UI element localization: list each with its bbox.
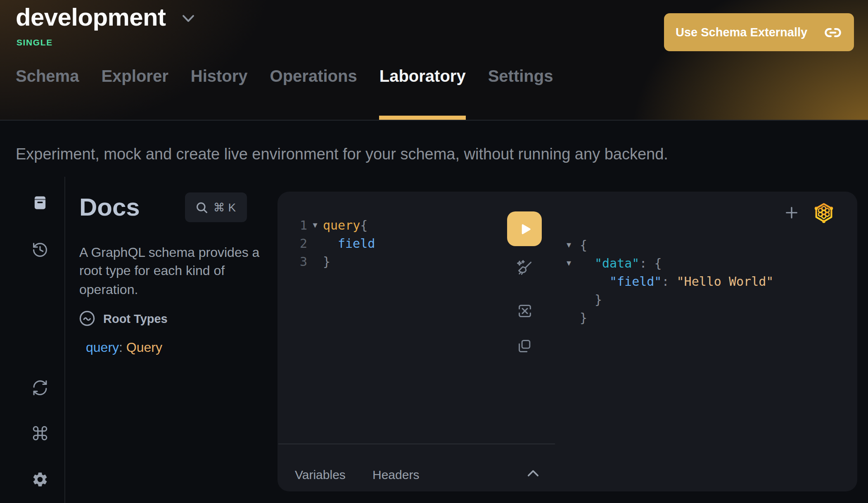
sidebar-history-button[interactable] <box>31 240 49 259</box>
environment-badge: SINGLE <box>17 37 53 47</box>
sidebar-divider <box>64 177 65 503</box>
fold-toggle-icon[interactable]: ▾ <box>567 236 580 254</box>
page-subtitle: Experiment, mock and create live environ… <box>16 145 668 164</box>
search-shortcut-label: ⌘ K <box>213 201 236 214</box>
execute-query-button[interactable] <box>507 211 542 246</box>
hive-logo-icon <box>813 202 835 224</box>
response-line-5: } <box>567 309 773 327</box>
copy-query-button[interactable] <box>515 336 534 356</box>
add-tab-button[interactable] <box>783 204 799 221</box>
page-header: development SINGLE Use Schema Externally… <box>0 0 868 121</box>
use-schema-externally-button[interactable]: Use Schema Externally <box>664 13 854 51</box>
sync-icon <box>31 379 48 396</box>
merge-fragments-button[interactable] <box>515 301 534 320</box>
merge-icon <box>515 301 534 320</box>
docs-book-icon <box>31 194 48 211</box>
project-title: development <box>16 3 166 31</box>
root-field-name: query <box>86 340 119 354</box>
tab-settings[interactable]: Settings <box>488 67 553 120</box>
docs-search-button[interactable]: ⌘ K <box>185 192 247 222</box>
project-switcher-chevron-down-icon[interactable] <box>182 14 195 23</box>
tab-history[interactable]: History <box>191 67 248 120</box>
play-icon <box>517 221 532 237</box>
plus-icon <box>783 204 799 220</box>
docs-description: A GraphQL schema provides a root type fo… <box>79 244 271 299</box>
response-line-1: ▾ { <box>567 236 773 254</box>
tab-schema[interactable]: Schema <box>16 67 79 120</box>
link-icon <box>824 24 842 41</box>
copy-icon <box>515 337 534 355</box>
tab-laboratory[interactable]: Laboratory <box>379 67 466 120</box>
root-types-section-header: Root Types <box>78 310 168 327</box>
gear-icon <box>31 470 48 488</box>
docs-panel-title: Docs <box>79 193 140 221</box>
laboratory-editor-panel: 1 ▾ query{ 2 field 3 } <box>277 192 857 491</box>
command-icon <box>31 424 48 441</box>
prettify-icon <box>515 259 534 278</box>
collapse-footer-button[interactable] <box>524 465 542 482</box>
tab-operations[interactable]: Operations <box>270 67 357 120</box>
editor-line-1: 1 ▾ query{ <box>277 216 375 235</box>
sidebar-docs-button[interactable] <box>31 193 49 211</box>
circle-tilde-icon <box>78 310 96 327</box>
query-editor[interactable]: 1 ▾ query{ 2 field 3 } <box>277 216 375 271</box>
laboratory-page: development SINGLE Use Schema Externally… <box>0 0 868 503</box>
tab-headers[interactable]: Headers <box>372 467 419 482</box>
root-type-query-link[interactable]: query: Query <box>86 340 162 355</box>
hive-logo-button[interactable] <box>813 202 835 224</box>
fold-toggle-icon[interactable]: ▾ <box>567 254 580 273</box>
response-viewer: ▾ { ▾ "data": { "field": "Hello World" }… <box>567 236 773 327</box>
sidebar-sync-button[interactable] <box>31 378 49 396</box>
use-schema-externally-label: Use Schema Externally <box>676 26 807 39</box>
sidebar-settings-button[interactable] <box>31 470 49 488</box>
prettify-query-button[interactable] <box>515 259 534 278</box>
history-icon <box>31 241 48 258</box>
editor-footer-divider <box>278 444 555 444</box>
fold-toggle-icon[interactable]: ▾ <box>307 216 323 235</box>
response-line-4: } <box>567 291 773 309</box>
editor-line-2: 2 field <box>277 235 375 253</box>
tab-variables[interactable]: Variables <box>295 467 346 482</box>
chevron-up-icon <box>526 469 539 477</box>
tab-explorer[interactable]: Explorer <box>101 67 168 120</box>
root-type-name: Query <box>126 340 162 354</box>
sidebar-command-shortcuts-button[interactable] <box>31 424 49 442</box>
response-line-2: ▾ "data": { <box>567 254 773 273</box>
root-types-label: Root Types <box>103 312 168 325</box>
main-tabs: Schema Explorer History Operations Labor… <box>16 67 553 120</box>
editor-line-3: 3 } <box>277 253 375 271</box>
response-line-3: "field": "Hello World" <box>567 273 773 291</box>
search-icon <box>196 201 209 214</box>
